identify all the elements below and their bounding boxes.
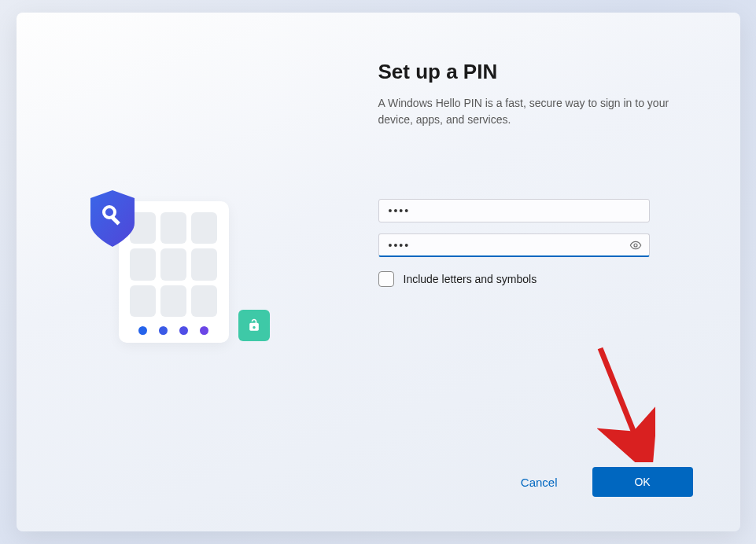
new-pin-input[interactable]: [378, 199, 650, 222]
keypad-key: [160, 285, 186, 317]
keypad-key: [130, 285, 156, 317]
pin-dots-indicator: [130, 326, 218, 335]
dialog-buttons: Cancel OK: [511, 467, 693, 497]
pin-dot: [138, 326, 147, 335]
pin-setup-dialog: Set up a PIN A Windows Hello PIN is a fa…: [17, 13, 740, 531]
keypad-key: [130, 248, 156, 280]
cancel-button[interactable]: Cancel: [511, 469, 567, 495]
keypad-key: [160, 248, 186, 280]
pin-dot: [179, 326, 188, 335]
keypad-key: [191, 248, 217, 280]
confirm-pin-input[interactable]: [378, 233, 650, 257]
pin-dot: [159, 326, 168, 335]
confirm-pin-wrapper: [378, 233, 650, 257]
keypad-key: [191, 212, 217, 244]
keypad-key: [160, 212, 186, 244]
include-letters-row: Include letters and symbols: [378, 271, 693, 287]
dialog-title: Set up a PIN: [378, 60, 693, 84]
illustration-panel: [17, 13, 378, 531]
keypad-key: [191, 285, 217, 317]
pin-dot: [200, 326, 208, 335]
unlock-icon: [238, 310, 270, 341]
new-pin-wrapper: [378, 199, 650, 222]
dialog-description: A Windows Hello PIN is a fast, secure wa…: [378, 95, 693, 128]
ok-button[interactable]: OK: [592, 467, 693, 497]
include-letters-label: Include letters and symbols: [404, 273, 537, 285]
form-panel: Set up a PIN A Windows Hello PIN is a fa…: [378, 13, 740, 531]
pin-input-group: [378, 199, 693, 257]
shield-icon: [79, 186, 146, 252]
include-letters-checkbox[interactable]: [378, 271, 394, 287]
reveal-password-icon[interactable]: [629, 239, 642, 252]
pin-illustration: [79, 186, 284, 358]
svg-point-2: [634, 244, 637, 247]
